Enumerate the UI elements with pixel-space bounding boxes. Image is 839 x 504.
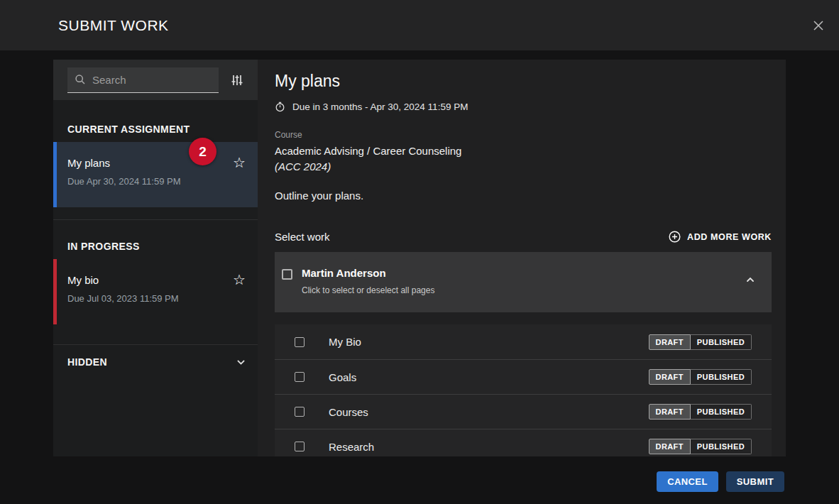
submit-work-modal: SUBMIT WORK Search CURRENT ASSIGNMENT 2 <box>0 0 839 504</box>
page-row-research[interactable]: Research DRAFT PUBLISHED <box>275 429 772 456</box>
select-work-row: Select work ADD MORE WORK <box>275 231 772 243</box>
page-checkbox[interactable] <box>295 372 305 382</box>
chevron-up-icon[interactable] <box>743 273 757 287</box>
published-toggle[interactable]: PUBLISHED <box>691 404 752 420</box>
close-icon[interactable] <box>809 16 828 35</box>
draft-toggle[interactable]: DRAFT <box>649 334 691 350</box>
page-checkbox[interactable] <box>295 442 305 451</box>
search-placeholder: Search <box>92 74 126 86</box>
section-hidden-label: HIDDEN <box>67 356 107 368</box>
page-title: Research <box>329 441 374 453</box>
page-checkbox[interactable] <box>295 337 305 347</box>
plus-circle-icon <box>669 231 681 243</box>
student-name: Martin Anderson <box>302 267 434 279</box>
sidebar-divider <box>53 344 258 345</box>
sidebar-item-title: My bio <box>67 274 243 286</box>
modal-title: SUBMIT WORK <box>58 17 169 34</box>
assignment-detail-panel: My plans Due in 3 months - Apr 30, 2024 … <box>258 60 786 456</box>
notification-badge: 2 <box>189 138 216 165</box>
course-name: Academic Advising / Career Counseling <box>275 145 772 157</box>
sidebar-item-due: Due Jul 03, 2023 11:59 PM <box>67 293 243 304</box>
search-icon <box>75 74 86 85</box>
footer-actions: CANCEL SUBMIT <box>657 471 784 492</box>
page-row-courses[interactable]: Courses DRAFT PUBLISHED <box>275 394 772 429</box>
section-hidden-toggle[interactable]: HIDDEN <box>53 356 258 368</box>
section-in-progress: IN PROGRESS <box>67 241 243 252</box>
draft-toggle[interactable]: DRAFT <box>649 439 691 454</box>
page-checkbox[interactable] <box>295 407 305 417</box>
filter-tune-icon[interactable] <box>229 72 246 89</box>
student-info: Martin Anderson Click to select or desel… <box>302 267 434 312</box>
student-group-header[interactable]: Martin Anderson Click to select or desel… <box>275 252 772 312</box>
assignment-description: Outline your plans. <box>275 190 772 202</box>
status-toggle: DRAFT PUBLISHED <box>649 404 752 420</box>
select-work-label: Select work <box>275 231 330 243</box>
work-list: Martin Anderson Click to select or desel… <box>275 252 772 456</box>
due-text: Due in 3 months - Apr 30, 2024 11:59 PM <box>292 102 468 112</box>
status-toggle: DRAFT PUBLISHED <box>649 369 752 385</box>
status-toggle: DRAFT PUBLISHED <box>649 334 752 350</box>
published-toggle[interactable]: PUBLISHED <box>691 439 752 454</box>
submit-button[interactable]: SUBMIT <box>726 471 784 492</box>
select-all-checkbox[interactable] <box>282 269 292 280</box>
due-row: Due in 3 months - Apr 30, 2024 11:59 PM <box>275 102 772 112</box>
page-title: My Bio <box>329 336 361 348</box>
sidebar-item-title: My plans <box>67 157 243 169</box>
cancel-button[interactable]: CANCEL <box>657 471 718 492</box>
course-label: Course <box>275 130 772 140</box>
status-toggle: DRAFT PUBLISHED <box>649 439 752 454</box>
search-input[interactable]: Search <box>67 67 219 93</box>
published-toggle[interactable]: PUBLISHED <box>691 369 752 385</box>
sidebar-divider <box>53 219 258 220</box>
assignment-title: My plans <box>275 72 772 91</box>
published-toggle[interactable]: PUBLISHED <box>691 334 752 350</box>
page-title: Courses <box>329 406 368 418</box>
student-hint: Click to select or deselect all pages <box>302 285 434 295</box>
sidebar-item-my-plans[interactable]: 2 My plans Due Apr 30, 2024 11:59 PM ☆ <box>53 142 258 207</box>
add-more-work-label: ADD MORE WORK <box>687 232 772 242</box>
page-row-goals[interactable]: Goals DRAFT PUBLISHED <box>275 359 772 394</box>
page-title: Goals <box>329 371 356 383</box>
star-icon[interactable]: ☆ <box>233 155 246 170</box>
sidebar-item-due: Due Apr 30, 2024 11:59 PM <box>67 176 243 187</box>
modal-header: SUBMIT WORK <box>0 0 839 50</box>
section-current-assignment: CURRENT ASSIGNMENT <box>67 124 243 135</box>
sidebar-item-my-bio[interactable]: My bio Due Jul 03, 2023 11:59 PM ☆ <box>53 259 258 324</box>
page-row-my-bio[interactable]: My Bio DRAFT PUBLISHED <box>275 324 772 359</box>
add-more-work-button[interactable]: ADD MORE WORK <box>669 231 772 243</box>
course-code: (ACC 2024) <box>275 160 772 172</box>
draft-toggle[interactable]: DRAFT <box>649 369 691 385</box>
search-block: Search <box>53 60 258 100</box>
timer-icon <box>275 102 285 112</box>
chevron-down-icon <box>236 357 246 368</box>
draft-toggle[interactable]: DRAFT <box>649 404 691 420</box>
page-rows: My Bio DRAFT PUBLISHED Goals DRAFT PUBLI… <box>275 324 772 456</box>
star-icon[interactable]: ☆ <box>233 273 246 287</box>
assignments-sidebar: Search CURRENT ASSIGNMENT 2 My plans Due… <box>53 60 258 456</box>
